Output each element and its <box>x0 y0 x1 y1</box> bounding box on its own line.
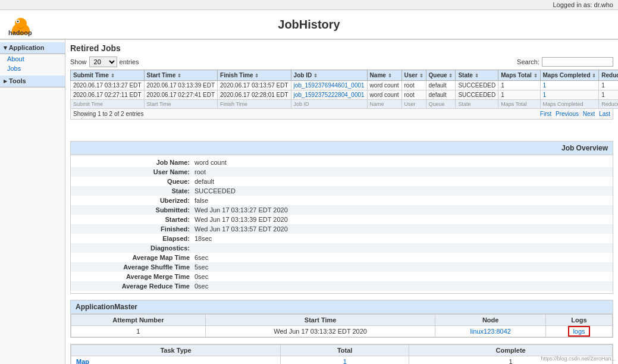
overview-value: 0sec <box>195 283 208 290</box>
overview-row: User Name: root <box>71 167 613 177</box>
cell-submit-time: 2020.06.17 02:27:11 EDT <box>71 90 145 100</box>
am-attempt: 1 <box>71 326 206 337</box>
table-footer: Showing 1 to 2 of 2 entries First Previo… <box>70 109 613 120</box>
search-label: Search: <box>517 58 539 65</box>
overview-label: Finished: <box>76 225 195 233</box>
task-col-complete: Complete <box>409 345 613 356</box>
col-job-id[interactable]: Job ID ⇕ <box>291 70 367 81</box>
cell-maps-completed[interactable]: 1 <box>540 90 599 100</box>
overview-value: 18sec <box>195 235 212 242</box>
overview-row: Uberized: false <box>71 196 613 205</box>
overview-row: Average Shuffle Time 5sec <box>71 262 613 272</box>
col-maps-total[interactable]: Maps Total ⇕ <box>498 70 540 81</box>
col-name[interactable]: Name ⇕ <box>367 70 401 81</box>
overview-label: Uberized: <box>76 197 195 204</box>
overview-label: Average Shuffle Time <box>76 263 195 271</box>
content-wrapper: ▾ Application About Jobs ▸ Tools Retired… <box>0 40 618 364</box>
main-header: hadoop JobHistory <box>0 10 618 40</box>
overview-label: User Name: <box>76 168 195 175</box>
am-col-logs: Logs <box>545 315 612 326</box>
task-table: Task Type Total Complete Map 1 1 Reduce … <box>71 344 613 364</box>
overview-label: State: <box>76 187 195 194</box>
overview-value: SUCCEEDED <box>195 187 236 194</box>
am-logs[interactable]: logs <box>545 326 612 337</box>
cell-maps-completed[interactable]: 1 <box>540 81 599 90</box>
col-submit-time[interactable]: Submit Time ⇕ <box>71 70 145 81</box>
pagination-links: First Previous Next Last <box>538 111 610 117</box>
table-row: 2020.06.17 02:27:11 EDT 2020.06.17 02:27… <box>71 90 619 100</box>
col-start-time[interactable]: Start Time ⇕ <box>144 70 218 81</box>
table-showing: Showing 1 to 2 of 2 entries <box>73 111 143 117</box>
am-header: ApplicationMaster <box>71 300 613 314</box>
overview-label: Job Name: <box>76 159 195 166</box>
overview-value: Wed Jun 17 03:13:27 EDT 2020 <box>195 206 288 214</box>
overview-value: false <box>195 197 208 204</box>
overview-label: Average Merge Time <box>76 273 195 280</box>
col-maps-completed[interactable]: Maps Completed ⇕ <box>540 70 599 81</box>
cell-name: word count <box>367 81 401 90</box>
am-start-time: Wed Jun 17 03:13:32 EDT 2020 <box>205 326 435 337</box>
overview-label: Average Reduce Time <box>76 283 195 290</box>
svg-point-1 <box>15 18 27 29</box>
page-title: JobHistory <box>113 18 505 32</box>
cell-user: root <box>401 90 426 100</box>
overview-label: Elapsed: <box>76 235 195 242</box>
pagination-previous[interactable]: Previous <box>556 111 579 117</box>
cell-reduces-total: 1 <box>599 90 618 100</box>
main-content: Retired Jobs Show 20 50 100 entries Sear… <box>65 40 618 364</box>
overview-label: Submitted: <box>76 206 195 214</box>
am-node[interactable]: linux123:8042 <box>435 326 546 337</box>
am-col-node: Node <box>435 315 546 326</box>
hadoop-logo-icon: hadoop <box>6 12 36 36</box>
pagination-first[interactable]: First <box>540 111 551 117</box>
col-finish-time[interactable]: Finish Time ⇕ <box>218 70 291 81</box>
overview-value: Wed Jun 17 03:13:57 EDT 2020 <box>195 225 288 233</box>
sidebar-application-header[interactable]: ▾ Application <box>0 42 65 54</box>
logged-in-label: Logged in as: dr.who <box>553 1 613 8</box>
cell-start-time: 2020.06.17 03:13:39 EDT <box>144 81 218 90</box>
task-total[interactable]: 1 <box>281 356 409 365</box>
sidebar-item-about[interactable]: About <box>0 54 65 64</box>
svg-text:hadoop: hadoop <box>8 29 32 36</box>
overview-label: Queue: <box>76 178 195 185</box>
task-type[interactable]: Map <box>71 356 281 365</box>
cell-state: SUCCEEDED <box>456 90 498 100</box>
pagination-next[interactable]: Next <box>583 111 595 117</box>
cell-finish-time: 2020.06.17 03:13:57 EDT <box>218 81 291 90</box>
entries-label: entries <box>120 58 139 65</box>
show-select[interactable]: 20 50 100 <box>89 57 117 67</box>
cell-job-id[interactable]: job_1592376944601_0001 <box>291 81 367 90</box>
col-queue[interactable]: Queue ⇕ <box>426 70 456 81</box>
overview-label: Average Map Time <box>76 254 195 261</box>
task-col-total: Total <box>281 345 409 356</box>
sidebar-tools-header[interactable]: ▸ Tools <box>0 76 65 87</box>
col-state[interactable]: State ⇕ <box>456 70 498 81</box>
watermark: https://blog.csdn.net/ZeroHan... <box>541 356 616 362</box>
overview-value: root <box>195 168 206 175</box>
cell-job-id[interactable]: job_1592375222804_0001 <box>291 90 367 100</box>
show-label: Show <box>70 58 87 65</box>
show-entries-row: Show 20 50 100 entries Search: <box>70 57 613 67</box>
jobs-table: Submit Time ⇕ Start Time ⇕ Finish Time ⇕… <box>70 70 618 109</box>
job-overview-body: Job Name: word count User Name: root Que… <box>71 155 613 293</box>
show-entries-right: Search: <box>517 57 613 67</box>
am-section: ApplicationMaster Attempt Number Start T… <box>70 300 613 338</box>
cell-reduces-total: 1 <box>599 81 618 90</box>
overview-value: 0sec <box>195 273 208 280</box>
overview-row: Started: Wed Jun 17 03:13:39 EDT 2020 <box>71 215 613 224</box>
overview-row: Diagnostics: <box>71 243 613 253</box>
retired-jobs-title: Retired Jobs <box>70 43 613 53</box>
pagination-last[interactable]: Last <box>599 111 610 117</box>
overview-row: State: SUCCEEDED <box>71 186 613 196</box>
col-reduces-total[interactable]: Reduces Total <box>599 70 618 81</box>
am-col-attempt: Attempt Number <box>71 315 206 326</box>
sidebar-item-jobs[interactable]: Jobs <box>0 64 65 73</box>
search-input[interactable] <box>542 57 613 67</box>
overview-value: default <box>195 178 214 185</box>
col-user[interactable]: User ⇕ <box>401 70 426 81</box>
cell-submit-time: 2020.06.17 03:13:27 EDT <box>71 81 145 90</box>
top-bar: Logged in as: dr.who <box>0 0 618 10</box>
overview-row: Queue: default <box>71 177 613 186</box>
cell-maps-total: 1 <box>498 81 540 90</box>
cell-start-time: 2020.06.17 02:27:41 EDT <box>144 90 218 100</box>
